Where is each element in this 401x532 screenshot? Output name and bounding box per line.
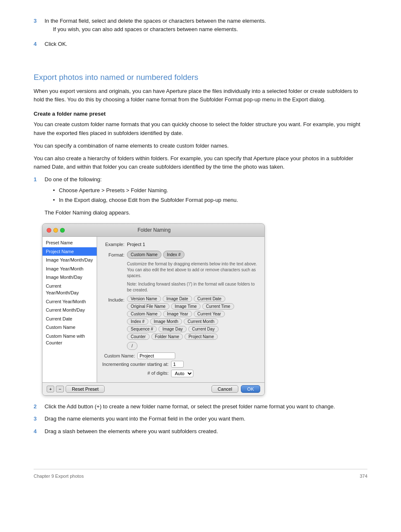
preset-item-current-year-month-day[interactable]: Current Year/Month/Day bbox=[42, 282, 97, 297]
step-number-4b: 4 bbox=[34, 427, 42, 436]
token-current-year[interactable]: Current Year bbox=[194, 311, 225, 317]
preset-item-image-month-day[interactable]: Image Month/Day bbox=[42, 273, 97, 282]
hint-text-2: Note: Including forward slashes ('/') in… bbox=[127, 281, 260, 293]
token-image-day[interactable]: Image Day bbox=[158, 326, 186, 332]
para-2: You can specify a combination of name el… bbox=[34, 142, 367, 150]
format-label: Format: bbox=[101, 251, 124, 259]
step-number-3a: 3 bbox=[34, 17, 42, 25]
dialog-wrapper: Folder Naming Preset Name Project Name I… bbox=[42, 223, 367, 396]
preset-item-current-year-month[interactable]: Current Year/Month bbox=[42, 297, 97, 306]
token-image-month[interactable]: Image Month bbox=[150, 318, 182, 325]
para-1: You can create custom folder name format… bbox=[34, 120, 367, 137]
step-3-sub: If you wish, you can also add spaces or … bbox=[53, 25, 367, 34]
token-image-time[interactable]: Image Time bbox=[171, 303, 200, 310]
format-token-custom-name: Custom Name bbox=[127, 251, 161, 259]
digits-row: # of digits: Auto 1 2 3 4 bbox=[101, 370, 260, 377]
token-custom-name[interactable]: Custom Name bbox=[127, 311, 161, 317]
slash-token[interactable]: / bbox=[127, 342, 137, 350]
step-3-section-text: Drag the name elements you want into the… bbox=[45, 415, 367, 423]
step-1-after: The Folder Naming dialog appears. bbox=[45, 209, 367, 217]
reset-preset-button[interactable]: Reset Preset bbox=[66, 385, 105, 393]
step-number-4a: 4 bbox=[34, 40, 42, 48]
step-3-text: In the Format field, select and delete t… bbox=[45, 17, 367, 25]
page-footer: Chapter 9 Export photos 374 bbox=[34, 469, 367, 480]
ok-button[interactable]: OK bbox=[241, 385, 260, 393]
hint-area: Customize the format by dragging element… bbox=[127, 261, 260, 293]
preset-item-current-date[interactable]: Current Date bbox=[42, 315, 97, 323]
preset-item-custom-name-counter[interactable]: Custom Name with Counter bbox=[42, 332, 97, 347]
example-row: Example: Project 1 bbox=[101, 240, 260, 248]
footer-left: + − Reset Preset bbox=[47, 385, 105, 393]
bullet-1: Choose Aperture > Presets > Folder Namin… bbox=[53, 186, 367, 195]
section-heading: Export photos into named or numbered fol… bbox=[34, 72, 367, 83]
token-row-1: Version Name Image Date Current Date bbox=[127, 296, 234, 302]
preset-list: Preset Name Project Name Image Year/Mont… bbox=[42, 237, 97, 382]
preset-item-custom-name[interactable]: Custom Name bbox=[42, 323, 97, 332]
token-row-2: Original File Name Image Time Current Ti… bbox=[127, 303, 234, 310]
token-current-date[interactable]: Current Date bbox=[194, 296, 225, 302]
step-3-top: 3 In the Format field, select and delete… bbox=[34, 17, 367, 36]
token-image-year[interactable]: Image Year bbox=[163, 311, 192, 317]
step-number-1: 1 bbox=[34, 175, 42, 184]
token-project-name[interactable]: Project Name bbox=[185, 333, 218, 340]
token-row-3: Custom Name Image Year Current Year bbox=[127, 311, 234, 317]
custom-name-input[interactable] bbox=[137, 352, 175, 359]
preset-item-current-month-day[interactable]: Current Month/Day bbox=[42, 306, 97, 315]
bullet-2: In the Export dialog, choose Edit from t… bbox=[53, 196, 367, 204]
step-3-section: 3 Drag the name elements you want into t… bbox=[34, 415, 367, 423]
dialog-titlebar: Folder Naming bbox=[42, 224, 264, 237]
token-current-month[interactable]: Current Month bbox=[184, 318, 218, 325]
preset-item-image-year-month-day[interactable]: Image Year/Month/Day bbox=[42, 256, 97, 265]
step-1-text: Do one of the following: bbox=[45, 175, 367, 184]
include-label: Include: bbox=[101, 296, 124, 304]
token-index[interactable]: Index # bbox=[127, 318, 148, 325]
page-number: 374 bbox=[360, 473, 367, 480]
format-row: Format: Custom Name Index # bbox=[101, 251, 260, 259]
custom-name-row: Custom Name: bbox=[101, 352, 260, 360]
step-4-section: 4 Drag a slash between the elements wher… bbox=[34, 427, 367, 436]
dialog-body: Preset Name Project Name Image Year/Mont… bbox=[42, 237, 264, 382]
format-token-index: Index # bbox=[163, 251, 185, 259]
counter-input[interactable] bbox=[171, 361, 184, 368]
step-2-section: 2 Click the Add button (+) to create a n… bbox=[34, 402, 367, 411]
format-field[interactable]: Custom Name Index # bbox=[127, 251, 185, 259]
token-grid: Version Name Image Date Current Date Ori… bbox=[127, 296, 234, 350]
preset-item-project-name[interactable]: Project Name bbox=[42, 247, 97, 256]
step-number-2: 2 bbox=[34, 402, 42, 411]
step-1-section: 1 Do one of the following: Choose Apertu… bbox=[34, 175, 367, 217]
custom-name-label: Custom Name: bbox=[101, 352, 135, 360]
token-original-file-name[interactable]: Original File Name bbox=[127, 303, 169, 310]
dialog-footer: + − Reset Preset Cancel OK bbox=[42, 382, 264, 395]
step-4-top: 4 Click OK. bbox=[34, 40, 367, 48]
token-row-4: Index # Image Month Current Month bbox=[127, 318, 234, 325]
token-folder-name[interactable]: Folder Name bbox=[151, 333, 183, 340]
para-3: You can also create a hierarchy of folde… bbox=[34, 154, 367, 171]
hint-text-1: Customize the format by dragging element… bbox=[127, 261, 260, 279]
counter-label: Incrementing counter starting at: bbox=[101, 361, 169, 368]
counter-row: Incrementing counter starting at: bbox=[101, 361, 260, 368]
step-number-3b: 3 bbox=[34, 415, 42, 423]
step-4-text: Click OK. bbox=[45, 40, 367, 48]
token-image-date[interactable]: Image Date bbox=[163, 296, 192, 302]
token-sequence[interactable]: Sequence # bbox=[127, 326, 157, 332]
token-row-6: Counter Folder Name Project Name bbox=[127, 333, 234, 340]
token-current-day[interactable]: Current Day bbox=[188, 326, 219, 332]
digits-select[interactable]: Auto 1 2 3 4 bbox=[171, 370, 193, 377]
dialog-title: Folder Naming bbox=[48, 226, 260, 234]
token-row-slash: / bbox=[127, 341, 234, 350]
token-row-5: Sequence # Image Day Current Day bbox=[127, 326, 234, 332]
token-version-name[interactable]: Version Name bbox=[127, 296, 161, 302]
chapter-label: Chapter 9 Export photos bbox=[34, 473, 84, 480]
step-4-section-text: Drag a slash between the elements where … bbox=[45, 427, 367, 436]
dialog-right-panel: Example: Project 1 Format: Custom Name I… bbox=[97, 237, 264, 382]
token-counter[interactable]: Counter bbox=[127, 333, 150, 340]
example-label: Example: bbox=[101, 240, 124, 248]
token-current-time[interactable]: Current Time bbox=[202, 303, 234, 310]
remove-preset-button[interactable]: − bbox=[56, 386, 63, 392]
preset-item-preset-name[interactable]: Preset Name bbox=[42, 238, 97, 247]
add-preset-button[interactable]: + bbox=[47, 386, 54, 392]
cancel-button[interactable]: Cancel bbox=[211, 385, 238, 393]
folder-naming-dialog: Folder Naming Preset Name Project Name I… bbox=[42, 223, 265, 396]
step-1-bullets: Choose Aperture > Presets > Folder Namin… bbox=[53, 186, 367, 204]
preset-item-image-year-month[interactable]: Image Year/Month bbox=[42, 265, 97, 273]
